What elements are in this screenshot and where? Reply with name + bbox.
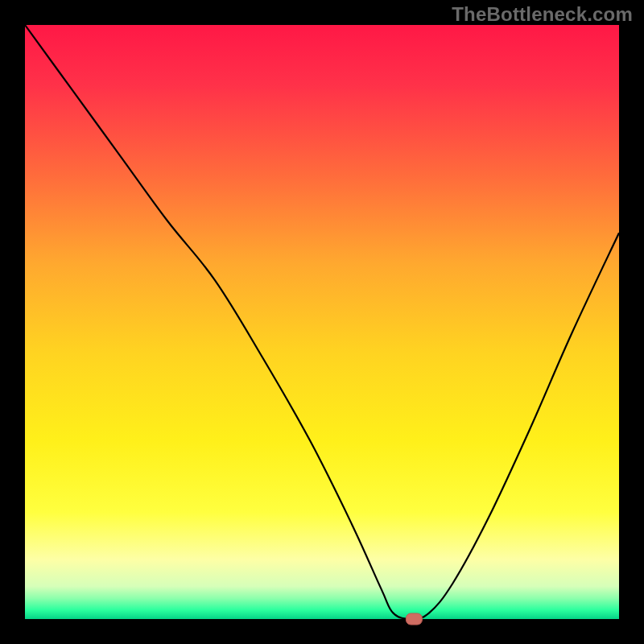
chart-frame: TheBottleneck.com bbox=[0, 0, 644, 644]
bottleneck-chart bbox=[0, 0, 644, 644]
optimal-point-marker bbox=[406, 613, 422, 625]
attribution-text: TheBottleneck.com bbox=[452, 3, 633, 26]
gradient-background bbox=[25, 25, 619, 619]
